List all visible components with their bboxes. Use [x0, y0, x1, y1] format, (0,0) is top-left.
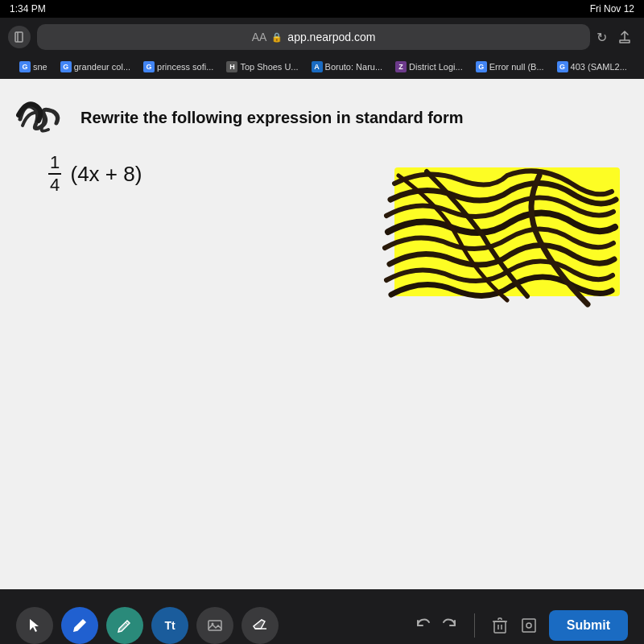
delete-button[interactable] [491, 617, 509, 634]
image-tool-button[interactable] [196, 607, 233, 644]
select-tool-button[interactable] [16, 607, 53, 644]
bookmark-topshoes-label: Top Shoes U... [240, 62, 298, 72]
bookmark-sne[interactable]: G sne [14, 60, 52, 74]
bookmark-district-label: District Logi... [409, 62, 463, 72]
undo-button[interactable] [415, 617, 432, 634]
svg-rect-0 [15, 32, 23, 42]
bookmark-princess[interactable]: G princess sofi... [138, 60, 218, 74]
bookmark-error-label: Error null (B... [489, 62, 544, 72]
redo-button[interactable] [440, 617, 458, 634]
paren-expression: (4x + 8) [70, 162, 142, 186]
fraction-numerator: 1 [48, 152, 61, 175]
status-day: Fri Nov 12 [590, 3, 634, 14]
bookmark-saml-label: 403 (SAML2... [571, 62, 627, 72]
favicon-boruto: A [312, 61, 323, 72]
svg-rect-6 [494, 621, 506, 633]
main-content: Rewrite the following expression in stan… [0, 79, 644, 589]
aa-label: AA [252, 31, 267, 43]
nearpod-content: Rewrite the following expression in stan… [0, 79, 644, 589]
lock-icon: 🔒 [271, 32, 283, 43]
bookmark-topshoes[interactable]: H Top Shoes U... [221, 60, 303, 74]
svg-rect-3 [208, 621, 221, 630]
bookmark-error[interactable]: G Error null (B... [471, 60, 549, 74]
favicon-error: G [476, 61, 487, 72]
pen-tool-button[interactable] [61, 607, 98, 644]
submit-button[interactable]: Submit [549, 610, 628, 641]
favicon-saml: G [557, 61, 568, 72]
bookmark-saml[interactable]: G 403 (SAML2... [552, 60, 632, 74]
tool-group-right: Submit [415, 610, 628, 641]
bookmark-district[interactable]: Z District Logi... [390, 60, 468, 74]
toolbar-separator [474, 613, 475, 638]
svg-rect-10 [522, 619, 535, 632]
fraction-denominator: 4 [48, 175, 61, 196]
bottom-toolbar: Tt [0, 589, 644, 644]
bookmark-grandeur[interactable]: G grandeur col... [56, 60, 135, 74]
url-bar-row: AA 🔒 app.nearpod.com ↻ [8, 24, 636, 50]
favicon-district: Z [395, 61, 407, 72]
favicon-topshoes: H [226, 61, 237, 72]
url-bar[interactable]: AA 🔒 app.nearpod.com [37, 24, 590, 50]
favicon-grandeur: G [60, 61, 72, 72]
fraction: 1 4 [48, 152, 61, 196]
text-tool-label: Tt [164, 619, 175, 632]
bookmark-boruto[interactable]: A Boruto: Naru... [307, 60, 388, 74]
bookmark-sne-label: sne [33, 62, 47, 72]
dark-scribble-overlay [378, 159, 628, 312]
bookmarks-bar: G sne G grandeur col... G princess sofi.… [8, 56, 636, 79]
browser-chrome: AA 🔒 app.nearpod.com ↻ G sne G grandeur … [0, 18, 644, 79]
favicon-princess: G [143, 61, 155, 72]
scribble-decoration [16, 95, 64, 135]
pencil-tool-button[interactable] [106, 607, 143, 644]
bookmark-princess-label: princess sofi... [157, 62, 213, 72]
text-tool-button[interactable]: Tt [151, 607, 188, 644]
status-bar: 1:34 PM Fri Nov 12 [0, 0, 644, 18]
status-time: 1:34 PM [10, 3, 46, 14]
bookmark-boruto-label: Boruto: Naru... [325, 62, 383, 72]
tool-group-left: Tt [16, 607, 279, 644]
svg-point-11 [526, 623, 531, 628]
undo-redo-group [415, 617, 458, 634]
crop-button[interactable] [520, 617, 538, 634]
favicon-sne: G [19, 61, 31, 72]
url-display: app.nearpod.com [287, 31, 375, 43]
eraser-tool-button[interactable] [242, 607, 279, 644]
bookmark-grandeur-label: grandeur col... [74, 62, 130, 72]
book-icon-button[interactable] [8, 26, 31, 48]
question-instruction: Rewrite the following expression in stan… [80, 107, 620, 128]
share-button[interactable] [613, 26, 636, 48]
reload-button[interactable]: ↻ [597, 30, 607, 45]
